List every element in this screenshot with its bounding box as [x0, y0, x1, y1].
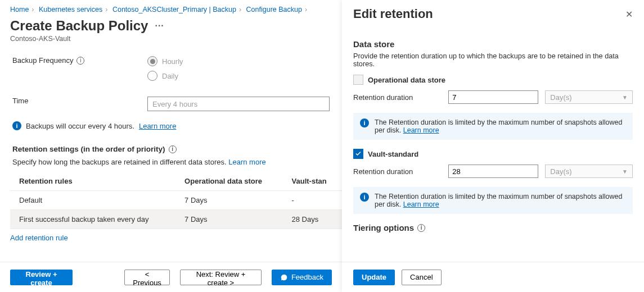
- page-title-text: Create Backup Policy: [10, 18, 148, 34]
- info-icon: i: [360, 118, 369, 127]
- radio-hourly[interactable]: Hourly: [147, 56, 330, 66]
- col-ods: Operational data store: [175, 172, 282, 191]
- radio-hourly-label: Hourly: [162, 57, 183, 66]
- cell-vault: 28 Days: [283, 210, 342, 229]
- more-icon[interactable]: ···: [155, 21, 164, 31]
- time-input: [147, 97, 330, 111]
- close-icon[interactable]: ✕: [625, 9, 633, 20]
- info-icon[interactable]: i: [169, 145, 177, 153]
- ods-notice: i The Retention duration is limited by t…: [353, 113, 633, 140]
- cancel-button[interactable]: Cancel: [402, 270, 441, 285]
- ods-checkbox: [353, 75, 363, 85]
- vault-checkbox[interactable]: [353, 149, 363, 159]
- data-store-heading: Data store: [353, 39, 633, 49]
- retention-desc: Specify how long the backups are retaine…: [12, 158, 227, 166]
- cell-ods: 7 Days: [175, 191, 282, 210]
- vault-unit-dropdown[interactable]: Day(s) ▼: [545, 165, 633, 178]
- breadcrumb-home[interactable]: Home: [10, 6, 29, 13]
- panel-title: Edit retention: [353, 7, 433, 21]
- vault-duration-input[interactable]: [448, 165, 538, 178]
- chevron-down-icon: ▼: [622, 94, 628, 101]
- next-button[interactable]: Next: Review + create >: [180, 270, 262, 285]
- vault-notice: i The Retention duration is limited by t…: [353, 187, 633, 214]
- panel-footer: Update Cancel: [342, 262, 644, 292]
- breadcrumb-configure[interactable]: Configure Backup: [246, 6, 302, 13]
- table-row[interactable]: Default 7 Days -: [10, 191, 342, 210]
- retention-settings-heading: Retention settings (in the order of prio…: [12, 145, 165, 153]
- col-vault: Vault-stan: [283, 172, 342, 191]
- review-create-button[interactable]: Review + create: [10, 270, 73, 285]
- breadcrumb-cluster[interactable]: Contoso_AKSCluster_Primary | Backup: [112, 6, 236, 13]
- cell-ods: 7 Days: [175, 210, 282, 229]
- learn-more-link[interactable]: Learn more: [228, 158, 265, 166]
- edit-retention-panel: Edit retention ✕ Data store Provide the …: [342, 0, 644, 292]
- update-button[interactable]: Update: [353, 270, 395, 285]
- vault-checkbox-label: Vault-standard: [368, 150, 418, 158]
- chevron-right-icon: ›: [239, 6, 241, 13]
- breadcrumb-services[interactable]: Kubernetes services: [39, 6, 102, 13]
- ods-checkbox-label: Operational data store: [368, 76, 445, 84]
- previous-button[interactable]: < Previous: [124, 270, 170, 285]
- retention-duration-label: Retention duration: [353, 167, 442, 176]
- data-store-desc: Provide the retention duration up to whi…: [353, 52, 633, 68]
- radio-icon: [147, 71, 157, 81]
- col-retention-rules: Retention rules: [10, 172, 175, 191]
- info-icon: i: [360, 193, 369, 202]
- ods-unit-dropdown[interactable]: Day(s) ▼: [545, 90, 633, 104]
- vault-name: Contoso-AKS-Vault: [0, 34, 342, 51]
- person-feedback-icon: [280, 273, 288, 281]
- retention-table: Retention rules Operational data store V…: [10, 172, 342, 229]
- ods-duration-input[interactable]: [448, 90, 538, 104]
- radio-daily[interactable]: Daily: [147, 71, 330, 81]
- info-icon[interactable]: i: [76, 57, 84, 65]
- radio-icon: [147, 56, 157, 66]
- feedback-button[interactable]: Feedback: [272, 270, 332, 285]
- ods-unit-label: Day(s): [550, 93, 571, 102]
- learn-more-link[interactable]: Learn more: [139, 122, 176, 130]
- cell-rule: Default: [10, 191, 175, 210]
- cell-vault: -: [283, 191, 342, 210]
- time-label: Time: [12, 97, 147, 105]
- retention-duration-label: Retention duration: [353, 93, 442, 102]
- footer: Review + create < Previous Next: Review …: [0, 262, 342, 292]
- cell-rule: First successful backup taken every day: [10, 210, 175, 229]
- vault-unit-label: Day(s): [550, 167, 571, 176]
- backup-frequency-label: Backup Frequency i: [12, 56, 147, 65]
- page-title: Create Backup Policy ···: [0, 17, 342, 34]
- chevron-right-icon: ›: [105, 6, 107, 13]
- chevron-right-icon: ›: [31, 6, 34, 13]
- breadcrumb: Home› Kubernetes services› Contoso_AKSCl…: [0, 0, 342, 17]
- learn-more-link[interactable]: Learn more: [403, 200, 439, 208]
- radio-daily-label: Daily: [162, 72, 178, 80]
- chevron-right-icon: ›: [305, 6, 307, 13]
- info-icon: i: [12, 121, 21, 130]
- feedback-label: Feedback: [291, 273, 323, 281]
- add-retention-rule-link[interactable]: Add retention rule: [10, 234, 68, 242]
- learn-more-link[interactable]: Learn more: [403, 126, 439, 134]
- backup-info-text: Backups will occur every 4 hours.: [26, 122, 134, 130]
- chevron-down-icon: ▼: [622, 168, 628, 175]
- tiering-options-heading: Tiering options: [353, 223, 414, 232]
- table-row[interactable]: First successful backup taken every day …: [10, 210, 342, 229]
- info-icon[interactable]: i: [417, 224, 425, 232]
